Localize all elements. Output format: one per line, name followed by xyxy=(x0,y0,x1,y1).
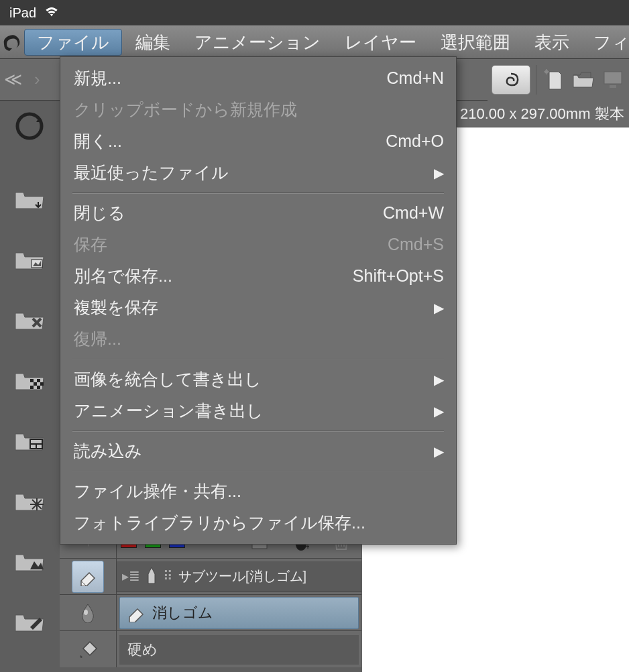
folder-checker-icon[interactable] xyxy=(13,366,46,393)
menu-separator xyxy=(72,471,444,471)
folder-image-icon[interactable] xyxy=(13,245,46,272)
subtool-eraser-item[interactable]: 消しゴム xyxy=(119,597,359,629)
new-doc-icon[interactable] xyxy=(542,68,566,92)
app-logo-icon[interactable] xyxy=(0,26,23,58)
svg-rect-7 xyxy=(40,382,44,386)
menu-item-export-merged[interactable]: 画像を統合して書き出し ▶ xyxy=(60,363,456,395)
folder-pencil-icon[interactable] xyxy=(13,608,46,634)
menu-item-close[interactable]: 閉じる Cmd+W xyxy=(60,197,456,229)
toolbar-right xyxy=(488,59,629,101)
shortcut-label: Cmd+O xyxy=(386,131,444,151)
menu-view[interactable]: 表示 xyxy=(522,26,581,58)
menu-item-import[interactable]: 読み込み ▶ xyxy=(60,435,456,467)
menu-item-export-anim[interactable]: アニメーション書き出し ▶ xyxy=(60,395,456,427)
menu-item-label: 新規... xyxy=(74,67,121,89)
menu-item-save: 保存 Cmd+S xyxy=(60,229,456,260)
open-folder-icon[interactable] xyxy=(571,68,595,92)
menu-item-revert: 復帰... xyxy=(60,323,456,355)
menu-separator xyxy=(72,192,444,193)
menu-bar: ファイル 編集 アニメーション レイヤー 選択範囲 表示 フィ xyxy=(0,25,629,59)
menu-item-label: 開く... xyxy=(74,130,122,152)
shortcut-label: Cmd+S xyxy=(388,235,444,254)
fill-tool-icon[interactable] xyxy=(72,633,104,665)
menu-item-label: 最近使ったファイル xyxy=(74,162,229,184)
subtool-item-label: 消しゴム xyxy=(152,603,213,623)
menu-edit[interactable]: 編集 xyxy=(123,26,182,58)
folder-panels-icon[interactable] xyxy=(13,427,46,453)
menu-item-file-ops[interactable]: ファイル操作・共有... xyxy=(60,475,456,507)
submenu-arrow-icon: ▶ xyxy=(434,165,444,181)
submenu-arrow-icon: ▶ xyxy=(434,300,444,316)
nav-next-icon[interactable]: › xyxy=(34,69,40,90)
menu-item-save-as[interactable]: 別名で保存... Shift+Opt+S xyxy=(60,260,456,292)
svg-rect-8 xyxy=(30,386,34,389)
brush-preset-label[interactable]: 硬め xyxy=(119,635,359,665)
svg-rect-0 xyxy=(604,72,622,84)
menu-item-label: 保存 xyxy=(74,233,107,256)
canvas-size-label: 210.00 x 297.00mm 製本 xyxy=(457,101,629,127)
svg-rect-1 xyxy=(610,85,616,88)
menu-item-label: ファイル操作・共有... xyxy=(74,480,241,502)
menu-item-label: 画像を統合して書き出し xyxy=(74,368,262,390)
shortcut-label: Cmd+N xyxy=(387,68,444,88)
left-sidebar xyxy=(0,101,59,672)
menu-item-label: 別名で保存... xyxy=(74,265,172,287)
menu-item-recent[interactable]: 最近使ったファイル ▶ xyxy=(60,157,456,188)
eraser-tool-button[interactable] xyxy=(72,561,104,593)
svg-rect-6 xyxy=(34,382,37,386)
menu-item-label: 複製を保存 xyxy=(74,296,158,319)
svg-point-2 xyxy=(17,114,42,138)
svg-point-22 xyxy=(84,610,88,615)
menu-item-save-copy[interactable]: 複製を保存 ▶ xyxy=(60,292,456,323)
submenu-arrow-icon: ▶ xyxy=(434,403,444,419)
drag-handle-icon[interactable]: ⠿ xyxy=(163,568,173,584)
submenu-arrow-icon: ▶ xyxy=(434,372,444,388)
quick-refresh-icon[interactable] xyxy=(11,107,48,145)
panel-menu-icon[interactable]: ▸≣ xyxy=(122,568,140,584)
shortcut-label: Shift+Opt+S xyxy=(353,266,444,286)
menu-item-label: 復帰... xyxy=(74,328,121,350)
menu-separator xyxy=(72,359,444,359)
svg-rect-5 xyxy=(37,379,40,382)
subtool-header-label: サブツール[消しゴム] xyxy=(178,567,306,585)
menu-selection[interactable]: 選択範囲 xyxy=(428,26,522,58)
menu-filter[interactable]: フィ xyxy=(581,26,629,58)
menu-item-open[interactable]: 開く... Cmd+O xyxy=(60,125,456,157)
menu-item-label: 閉じる xyxy=(74,202,125,224)
svg-rect-9 xyxy=(37,386,40,389)
swirl-tool-button[interactable] xyxy=(492,65,530,95)
nav-prev-icon[interactable]: ≪ xyxy=(4,69,22,90)
menu-item-label: クリップボードから新規作成 xyxy=(74,99,297,121)
wifi-icon xyxy=(43,5,60,21)
monitor-icon[interactable] xyxy=(601,68,625,92)
menu-file[interactable]: ファイル xyxy=(24,29,122,56)
file-dropdown-menu: 新規... Cmd+N クリップボードから新規作成 開く... Cmd+O 最近… xyxy=(60,56,457,545)
submenu-arrow-icon: ▶ xyxy=(434,443,444,459)
menu-item-photo-library[interactable]: フォトライブラリからファイル保存... xyxy=(60,507,456,539)
shortcut-label: Cmd+W xyxy=(383,203,444,223)
menu-animation[interactable]: アニメーション xyxy=(182,26,333,58)
menu-item-label: フォトライブラリからファイル保存... xyxy=(74,512,365,534)
menu-separator xyxy=(72,431,444,431)
folder-cross-icon[interactable] xyxy=(13,306,46,333)
menu-layer[interactable]: レイヤー xyxy=(333,26,428,58)
ipad-status-bar: iPad xyxy=(0,0,629,25)
folder-mountain-icon[interactable] xyxy=(13,547,46,574)
menu-item-new-from-clipboard: クリップボードから新規作成 xyxy=(60,94,456,125)
blend-tool-icon[interactable] xyxy=(72,597,104,629)
menu-item-label: アニメーション書き出し xyxy=(74,400,264,422)
folder-download-icon[interactable] xyxy=(13,185,46,212)
menu-item-new[interactable]: 新規... Cmd+N xyxy=(60,62,456,94)
device-label: iPad xyxy=(9,5,36,21)
folder-burst-icon[interactable] xyxy=(13,487,46,514)
menu-item-label: 読み込み xyxy=(74,440,142,462)
svg-rect-4 xyxy=(30,379,34,382)
